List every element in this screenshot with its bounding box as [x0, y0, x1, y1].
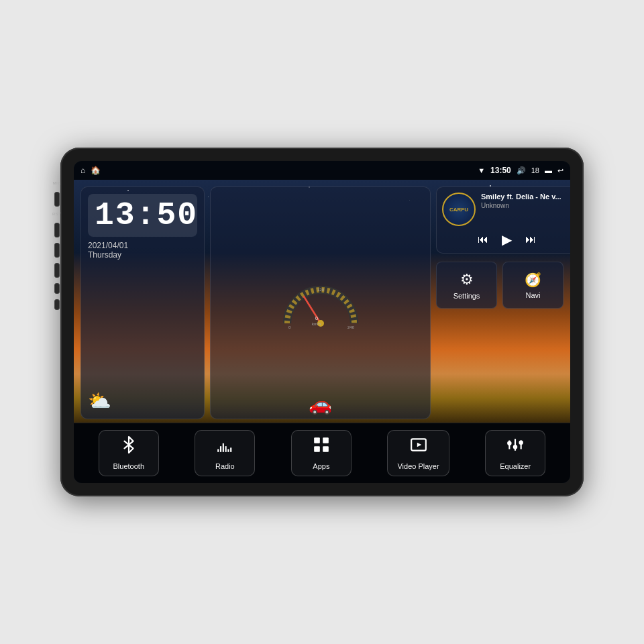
status-bar: ⌂ 🏠 ▼ 13:50 🔊 18 ▬ ↩ [74, 161, 570, 180]
music-artist: Unknown [481, 202, 570, 209]
radio-nav-item[interactable]: Radio [195, 430, 255, 476]
navi-icon: 🧭 [525, 272, 541, 288]
radio-label: Radio [215, 462, 235, 470]
vol-down-button[interactable] [54, 299, 60, 310]
svg-rect-14 [323, 437, 329, 443]
svg-rect-7 [218, 449, 219, 452]
music-controls: ⏮ ▶ ⏭ [442, 231, 570, 248]
house-filled-icon[interactable]: 🏠 [91, 166, 101, 175]
wifi-icon: ▼ [478, 166, 485, 174]
svg-text:km/h: km/h [312, 322, 321, 326]
svg-point-20 [508, 442, 511, 445]
status-right-info: ▼ 13:50 🔊 18 ▬ ↩ [478, 166, 564, 175]
navi-label: Navi [525, 291, 540, 299]
svg-rect-12 [230, 447, 231, 452]
equalizer-nav-item[interactable]: Equalizer [485, 430, 545, 476]
settings-button[interactable]: ⚙ Settings [436, 262, 497, 309]
svg-rect-15 [314, 446, 320, 452]
svg-text:120: 120 [317, 288, 325, 292]
clock-widget: 13:50 2021/04/01 Thursday ⛅ [80, 186, 205, 419]
back-side-button[interactable] [54, 263, 60, 278]
speedometer-widget: 0 120 240 0 km/h 🚗 [210, 186, 431, 419]
status-left-icons: ⌂ 🏠 [80, 166, 101, 175]
apps-nav-item[interactable]: Apps [291, 430, 352, 476]
svg-rect-11 [228, 449, 229, 452]
settings-icon: ⚙ [460, 271, 474, 288]
svg-rect-9 [223, 443, 224, 452]
volume-level: 18 [531, 166, 539, 174]
home-side-button[interactable] [54, 243, 60, 258]
status-time: 13:50 [490, 166, 511, 175]
widgets-row: 13:50 2021/04/01 Thursday ⛅ [74, 180, 570, 423]
car-head-unit: MIC RST ⌂ 🏠 ▼ 13:50 🔊 18 ▬ ↩ [60, 148, 584, 496]
navi-button[interactable]: 🧭 Navi [502, 262, 564, 309]
svg-text:240: 240 [347, 325, 355, 329]
prev-button[interactable]: ⏮ [478, 233, 488, 246]
clock-date: 2021/04/01 Thursday [88, 241, 197, 260]
back-icon[interactable]: ↩ [557, 166, 564, 175]
music-widget: CARFU Smiley ft. Delia - Ne v... Unknown… [436, 186, 570, 254]
svg-point-22 [514, 445, 517, 448]
svg-text:0: 0 [315, 316, 318, 321]
settings-navi-row: ⚙ Settings 🧭 Navi [436, 262, 564, 309]
music-top-area: CARFU Smiley ft. Delia - Ne v... Unknown [442, 193, 570, 226]
music-title: Smiley ft. Delia - Ne v... [481, 193, 570, 201]
speedometer-display: 0 120 240 0 km/h [280, 276, 361, 330]
apps-label: Apps [313, 462, 329, 470]
clock-display: 13:50 [88, 194, 197, 237]
road-view: 🚗 [211, 372, 430, 419]
svg-rect-8 [220, 446, 221, 452]
main-content-area: 13:50 2021/04/01 Thursday ⛅ [74, 180, 570, 423]
equalizer-label: Equalizer [500, 462, 531, 470]
next-button[interactable]: ⏭ [525, 233, 536, 246]
svg-marker-18 [417, 443, 421, 447]
bluetooth-label: Bluetooth [113, 462, 144, 470]
music-logo: CARFU [442, 193, 476, 226]
side-buttons-panel: MIC RST [52, 181, 62, 310]
rst-label: RST [52, 212, 62, 216]
bottom-navigation: Bluetooth Radio [74, 423, 570, 483]
apps-icon [313, 436, 330, 458]
battery-icon: ▬ [545, 166, 552, 174]
svg-point-24 [520, 441, 523, 444]
music-info: Smiley ft. Delia - Ne v... Unknown [481, 193, 570, 209]
volume-icon: 🔊 [517, 166, 526, 175]
bluetooth-nav-item[interactable]: Bluetooth [99, 430, 159, 476]
play-button[interactable]: ▶ [502, 231, 512, 248]
svg-rect-10 [225, 446, 227, 452]
video-nav-item[interactable]: Video Player [387, 430, 449, 476]
svg-rect-16 [323, 446, 329, 452]
weather-icon: ⛅ [88, 390, 197, 412]
home-icon[interactable]: ⌂ [80, 166, 85, 175]
svg-line-0 [304, 297, 321, 323]
mic-label: MIC [53, 181, 62, 185]
side-button-1[interactable] [54, 192, 60, 207]
bluetooth-icon [120, 436, 138, 458]
video-icon [410, 436, 427, 458]
radio-icon [216, 436, 233, 458]
speedometer-svg: 0 120 240 0 km/h [280, 276, 361, 330]
car-icon: 🚗 [309, 393, 332, 415]
video-label: Video Player [397, 462, 439, 470]
settings-label: Settings [453, 292, 480, 300]
vol-up-button[interactable] [54, 283, 60, 294]
main-screen: ⌂ 🏠 ▼ 13:50 🔊 18 ▬ ↩ [74, 161, 570, 483]
power-button[interactable] [54, 223, 60, 237]
equalizer-icon [506, 436, 524, 458]
right-column: CARFU Smiley ft. Delia - Ne v... Unknown… [436, 186, 564, 419]
svg-rect-13 [314, 437, 320, 443]
svg-text:0: 0 [288, 325, 291, 329]
